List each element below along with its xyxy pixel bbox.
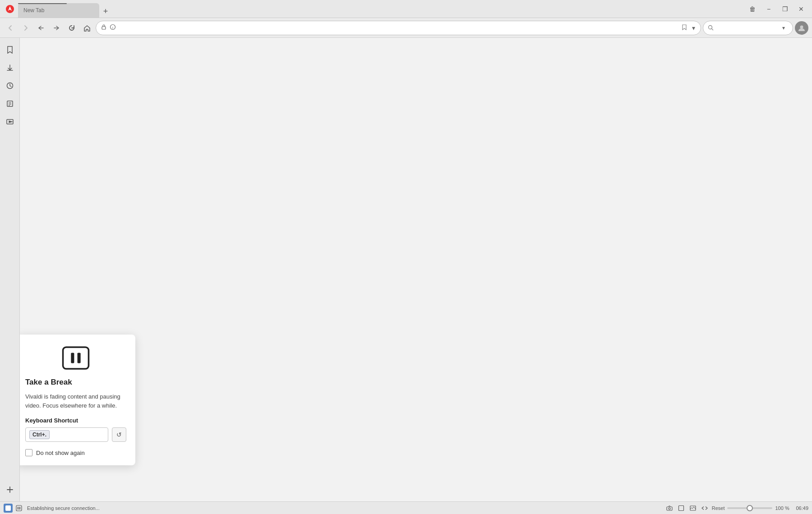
tab-label: New Tab <box>23 7 44 14</box>
svg-rect-22 <box>667 507 672 510</box>
title-bar: New Tab + 🗑 − ❐ ✕ <box>0 0 812 18</box>
sidebar-item-bookmarks[interactable] <box>2 41 18 58</box>
avatar-button[interactable] <box>795 21 808 35</box>
address-input[interactable] <box>119 24 678 31</box>
tab-bar: New Tab + <box>18 0 743 18</box>
svg-line-4 <box>712 29 714 31</box>
zoom-reset-label[interactable]: Reset <box>712 505 725 511</box>
search-bar: ▾ <box>703 21 793 35</box>
svg-point-3 <box>709 26 712 29</box>
status-left: Establishing secure connection... <box>4 504 100 513</box>
status-icon-break[interactable] <box>14 504 23 513</box>
bookmark-dropdown-icon[interactable]: ▾ <box>691 23 696 32</box>
zoom-slider[interactable] <box>727 507 772 509</box>
status-right: Reset 100 % 06:49 <box>665 504 808 513</box>
search-icon <box>708 25 714 31</box>
search-dropdown-icon[interactable]: ▾ <box>782 25 785 31</box>
do-not-show-label[interactable]: Do not show again <box>36 450 85 456</box>
minimize-button[interactable]: − <box>761 3 776 15</box>
reload-button[interactable] <box>65 21 78 35</box>
window-controls: 🗑 − ❐ ✕ <box>745 3 808 15</box>
sidebar-item-notes[interactable] <box>2 96 18 112</box>
search-input[interactable] <box>716 24 780 31</box>
shortcut-key: Ctrl+. <box>29 430 50 439</box>
code-icon[interactable] <box>700 504 709 513</box>
popup-description: Vivaldi is fading content and pausing vi… <box>25 392 126 410</box>
sidebar-item-history[interactable] <box>2 78 18 94</box>
break-icon <box>61 345 90 371</box>
time-display: 06:49 <box>796 505 808 511</box>
back-button[interactable] <box>4 21 17 35</box>
sidebar-item-capture[interactable] <box>2 114 18 130</box>
main-area: Take a Break Vivaldi is fading content a… <box>0 38 812 501</box>
security-icon[interactable] <box>101 24 107 32</box>
bookmark-icon[interactable] <box>680 23 688 32</box>
svg-rect-17 <box>78 353 81 363</box>
take-a-break-popup: Take a Break Vivaldi is fading content a… <box>20 335 135 465</box>
svg-rect-20 <box>18 507 18 509</box>
trash-button[interactable]: 🗑 <box>745 3 760 15</box>
sidebar <box>0 38 20 501</box>
address-bar: i ▾ <box>96 21 701 35</box>
shortcut-row: Ctrl+. ↺ <box>25 427 126 442</box>
connection-status: Establishing secure connection... <box>27 505 100 511</box>
svg-rect-0 <box>102 27 106 29</box>
svg-rect-16 <box>71 353 74 363</box>
shortcut-label: Keyboard Shortcut <box>25 417 78 424</box>
status-icon-active[interactable] <box>4 504 13 513</box>
info-icon[interactable]: i <box>110 24 116 32</box>
nav-bar: i ▾ ▾ <box>0 18 812 38</box>
do-not-show-checkbox[interactable] <box>25 449 32 456</box>
vivaldi-logo[interactable] <box>4 3 16 15</box>
new-tab-button[interactable]: + <box>99 5 112 18</box>
do-not-show-row: Do not show again <box>25 449 85 456</box>
image-icon[interactable] <box>688 504 697 513</box>
svg-text:i: i <box>112 26 113 30</box>
rewind-button[interactable] <box>34 21 48 35</box>
svg-point-23 <box>669 508 670 509</box>
svg-rect-24 <box>678 505 683 510</box>
content-area: Take a Break Vivaldi is fading content a… <box>20 38 812 501</box>
popup-title: Take a Break <box>25 378 126 387</box>
close-button[interactable]: ✕ <box>794 3 808 15</box>
svg-rect-21 <box>19 507 20 509</box>
zoom-percent: 100 % <box>775 505 791 511</box>
sidebar-item-downloads[interactable] <box>2 60 18 76</box>
browser-tab[interactable]: New Tab <box>18 3 99 18</box>
zoom-thumb[interactable] <box>747 505 753 511</box>
fast-forward-button[interactable] <box>50 21 63 35</box>
svg-rect-18 <box>5 505 11 511</box>
sidebar-add-button[interactable] <box>2 482 18 498</box>
window-icon[interactable] <box>677 504 686 513</box>
svg-rect-19 <box>16 505 22 511</box>
home-button[interactable] <box>80 21 94 35</box>
svg-marker-12 <box>9 121 12 123</box>
camera-icon[interactable] <box>665 504 674 513</box>
forward-button[interactable] <box>19 21 32 35</box>
popup-icon-container <box>25 345 126 371</box>
svg-point-5 <box>800 25 803 28</box>
shortcut-reset-button[interactable]: ↺ <box>112 427 126 442</box>
status-bar: Establishing secure connection... Reset … <box>0 501 812 514</box>
svg-rect-15 <box>63 347 89 369</box>
maximize-button[interactable]: ❐ <box>778 3 792 15</box>
shortcut-input[interactable]: Ctrl+. <box>25 427 108 442</box>
